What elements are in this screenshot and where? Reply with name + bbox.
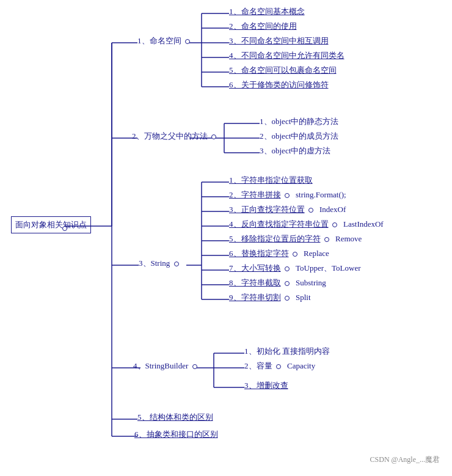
node-string: 3、String bbox=[139, 258, 181, 269]
str7-circle bbox=[285, 266, 290, 271]
node-str-2: 2、字符串拼接 string.Format(); bbox=[229, 189, 346, 200]
str2-circle bbox=[285, 193, 290, 198]
node-str-1: 1、字符串指定位置获取 bbox=[229, 175, 313, 186]
object-circle bbox=[211, 134, 216, 139]
node-obj-3: 3、object中的虚方法 bbox=[260, 145, 330, 156]
node-ns-3: 3、不同命名空间中相互调用 bbox=[229, 35, 329, 46]
root-circle bbox=[62, 226, 67, 231]
node-struct: 5、结构体和类的区别 bbox=[137, 412, 213, 423]
node-obj-1: 1、object中的静态方法 bbox=[260, 116, 338, 127]
node-ns-2: 2、命名空间的使用 bbox=[229, 21, 297, 32]
node-namespace: 1、命名空间 bbox=[137, 35, 192, 46]
sb-circle bbox=[192, 364, 197, 369]
str9-circle bbox=[285, 296, 290, 301]
node-ns-6: 6、关于修饰类的访问修饰符 bbox=[229, 79, 329, 90]
str8-circle bbox=[285, 281, 290, 286]
node-sb-1: 1、初始化 直接指明内容 bbox=[244, 346, 330, 357]
node-obj-2: 2、object中的成员方法 bbox=[260, 131, 338, 142]
str5-circle bbox=[324, 237, 329, 242]
node-str-7: 7、大小写转换 ToUpper、ToLower bbox=[229, 263, 360, 274]
node-abstract: 6、抽象类和接口的区别 bbox=[134, 429, 218, 440]
connector-lines bbox=[0, 0, 452, 476]
node-sb-2: 2、容量 Capacity bbox=[244, 361, 315, 372]
namespace-circle bbox=[185, 39, 190, 44]
node-str-3: 3、正向查找字符位置 IndexOf bbox=[229, 204, 346, 215]
root-label: 面向对象相关知识点 bbox=[15, 219, 87, 230]
str4-circle bbox=[332, 222, 337, 227]
node-stringbuilder: 4、StringBuilder bbox=[133, 361, 199, 372]
str3-circle bbox=[308, 208, 313, 213]
node-sb-3: 3、增删改查 bbox=[244, 380, 288, 391]
node-ns-1: 1、命名空间基本概念 bbox=[229, 6, 305, 17]
node-ns-5: 5、命名空间可以包裹命名空间 bbox=[229, 65, 337, 76]
watermark: CSDN @Angle_...魔君 bbox=[370, 455, 440, 465]
node-str-6: 6、替换指定字符 Replace bbox=[229, 248, 329, 259]
node-str-9: 9、字符串切割 Split bbox=[229, 292, 311, 303]
node-object: 2、万物之父中的方法 bbox=[132, 131, 218, 142]
sb2-circle bbox=[276, 364, 281, 369]
mindmap-container: 面向对象相关知识点 1、命名空间 1、命名空间基本概念 2、命名空间的使用 3、… bbox=[0, 0, 452, 476]
node-ns-4: 4、不同命名空间中允许有同类名 bbox=[229, 50, 344, 61]
root-node: 面向对象相关知识点 bbox=[11, 216, 91, 233]
str6-circle bbox=[293, 252, 297, 257]
string-circle bbox=[174, 262, 179, 266]
node-str-5: 5、移除指定位置后的字符 Remove bbox=[229, 233, 362, 244]
node-str-8: 8、字符串截取 Substring bbox=[229, 277, 326, 288]
node-str-4: 4、反向查找指定字符串位置 LastIndexOf bbox=[229, 219, 384, 230]
